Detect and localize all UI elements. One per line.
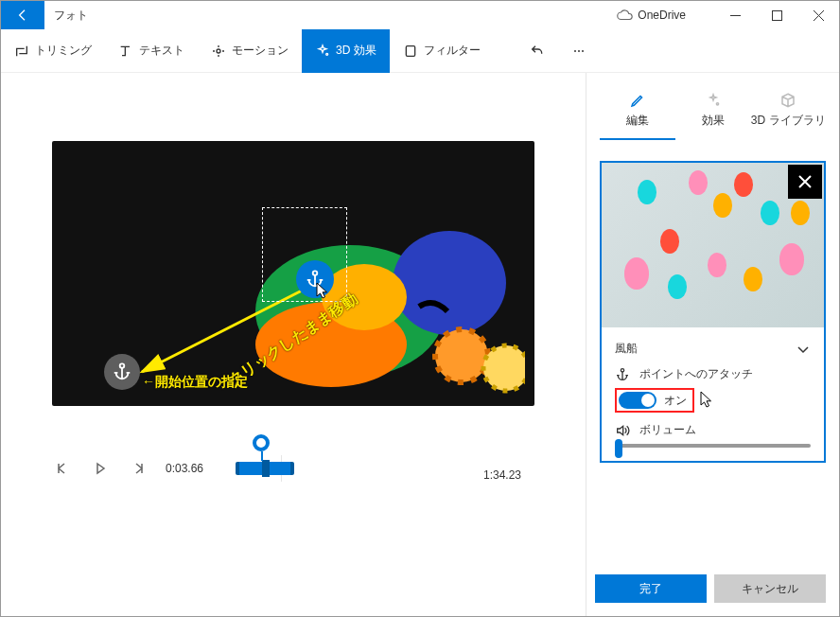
title-bar: フォト OneDrive (1, 1, 839, 29)
current-time: 0:03.66 (166, 462, 219, 475)
effect-name-row[interactable]: 風船 (602, 327, 824, 357)
trim-icon (14, 44, 29, 59)
prev-frame-button[interactable] (52, 458, 73, 479)
total-time: 1:34.23 (281, 455, 534, 482)
filter-button[interactable]: フィルター (390, 29, 494, 73)
next-frame-button[interactable] (128, 458, 149, 479)
cursor-icon (316, 282, 329, 301)
volume-icon (615, 423, 630, 438)
attach-option: ポイントへのアタッチ (602, 357, 824, 382)
motion-button[interactable]: モーション (198, 29, 302, 73)
close-button[interactable] (797, 1, 839, 29)
back-button[interactable] (1, 1, 44, 29)
attach-label: ポイントへのアタッチ (639, 366, 753, 382)
tab-edit[interactable]: 編集 (600, 86, 675, 140)
svg-point-16 (313, 271, 318, 275)
cloud-icon (617, 9, 634, 21)
svg-point-17 (120, 363, 125, 368)
done-button[interactable]: 完了 (595, 574, 707, 603)
trim-button[interactable]: トリミング (1, 29, 105, 73)
play-button[interactable] (90, 458, 111, 479)
playback-controls: 0:03.66 1:34.23 (52, 455, 534, 482)
cursor-icon (700, 391, 713, 410)
anchor-icon (615, 367, 630, 382)
video-preview[interactable]: クリックしたまま移動 ←開始位置の指定 (52, 141, 534, 406)
text-button[interactable]: テキスト (105, 29, 198, 73)
text-icon (118, 44, 133, 59)
volume-slider[interactable] (615, 444, 811, 448)
timeline-track[interactable] (236, 457, 264, 480)
effect-range[interactable] (236, 462, 294, 475)
attach-toggle[interactable] (619, 392, 656, 409)
cube-icon (779, 92, 796, 109)
3d-effects-button[interactable]: 3D 効果 (302, 29, 390, 73)
toggle-state-label: オン (664, 393, 687, 409)
filter-icon (403, 44, 418, 59)
side-tabs: 編集 効果 3D ライブラリ (600, 86, 826, 140)
maximize-button[interactable] (756, 1, 797, 29)
more-button[interactable] (558, 29, 600, 73)
app-title: フォト (54, 8, 88, 24)
tab-effects[interactable]: 効果 (675, 86, 751, 140)
svg-rect-3 (406, 45, 414, 56)
motion-icon (211, 44, 226, 59)
annotation-start-label: ←開始位置の指定 (142, 374, 248, 391)
remove-effect-button[interactable] (788, 165, 822, 199)
undo-button[interactable] (516, 29, 558, 73)
svg-point-11 (435, 329, 488, 382)
sparkle-icon (705, 92, 722, 109)
svg-point-6 (582, 50, 584, 52)
svg-point-2 (326, 53, 328, 55)
side-panel: 編集 効果 3D ライブラリ (586, 73, 839, 616)
volume-option: ボリューム (602, 413, 824, 438)
svg-point-1 (217, 49, 220, 53)
svg-point-18 (716, 103, 718, 105)
dialog-buttons: 完了 キャンセル (595, 574, 826, 603)
effect-name-label: 風船 (615, 341, 638, 357)
playhead[interactable] (253, 434, 270, 451)
svg-point-9 (393, 231, 506, 335)
close-icon (797, 174, 813, 189)
highlight-annotation: オン (615, 388, 694, 413)
chevron-down-icon (796, 342, 811, 357)
volume-label: ボリューム (639, 422, 696, 438)
svg-point-5 (578, 50, 580, 52)
effect-card: 風船 ポイントへのアタッチ オン ボリューム (600, 161, 826, 463)
svg-point-19 (621, 368, 623, 371)
undo-icon (530, 44, 545, 59)
pencil-icon (629, 92, 646, 109)
app-window: フォト OneDrive トリミング テキスト モーション 3D 効果 フィルタ (0, 0, 840, 617)
cancel-button[interactable]: キャンセル (714, 574, 826, 603)
onedrive-indicator[interactable]: OneDrive (617, 9, 686, 22)
editor-area: クリックしたまま移動 ←開始位置の指定 0:03.66 1:34.23 (1, 73, 586, 616)
start-anchor-indicator[interactable] (104, 354, 140, 390)
svg-point-4 (574, 50, 576, 52)
main-toolbar: トリミング テキスト モーション 3D 効果 フィルター (1, 29, 839, 73)
sparkle-icon (315, 44, 330, 59)
tab-3d-library[interactable]: 3D ライブラリ (750, 86, 826, 140)
body: クリックしたまま移動 ←開始位置の指定 0:03.66 1:34.23 (1, 73, 839, 616)
minimize-button[interactable] (714, 1, 756, 29)
svg-rect-0 (772, 10, 781, 20)
ellipsis-icon (571, 44, 586, 59)
anchor-icon (112, 361, 132, 382)
